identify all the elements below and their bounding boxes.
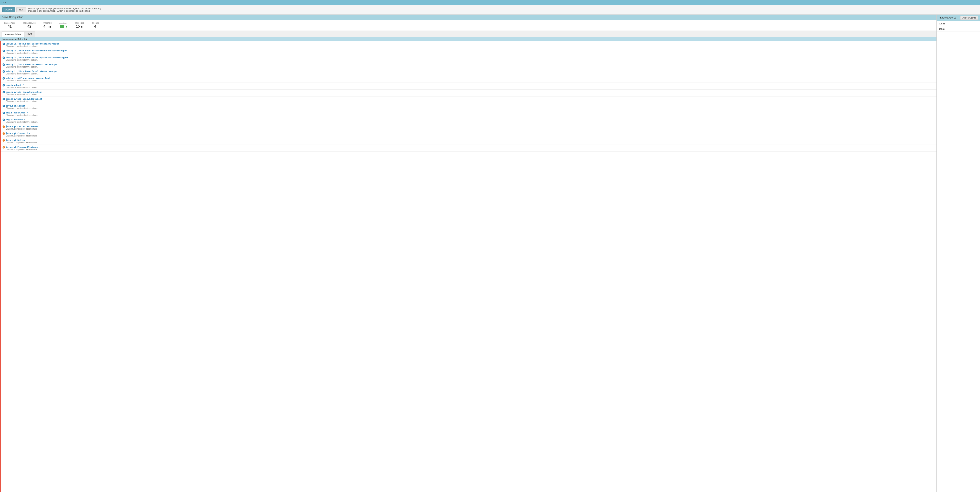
rule-item[interactable]: cjava.net.SocketClass name must match th… xyxy=(1,103,937,110)
class-icon: c xyxy=(3,63,5,66)
agents-header: Attached Agents Attach Agents xyxy=(937,14,980,21)
stats-row: classes rules 41 methods rules 42 thresh… xyxy=(0,20,937,31)
rules-header: Instrumentation Rules [83] xyxy=(0,37,937,41)
rule-item[interactable]: cweblogic.jdbcx.base.BasePreparedStateme… xyxy=(1,55,937,62)
rule-description: Class name must match this pattern. xyxy=(6,86,934,89)
rule-name-text: weblogic.jdbcx.base.BaseStatementWrapper xyxy=(6,70,58,73)
class-icon: c xyxy=(3,91,5,94)
jmx-period-value: 15 s xyxy=(76,24,83,29)
rule-item[interactable]: ccom.konakart.*Class name must match thi… xyxy=(1,83,937,90)
cpu-time-stat: cpu time xyxy=(59,22,67,29)
class-icon: c xyxy=(3,43,5,45)
rule-name-text: weblogic.jdbcx.base.BaseResultSetWrapper xyxy=(6,63,58,66)
rule-description: Class name must match this pattern. xyxy=(6,66,934,68)
rule-name-text: weblogic.utils.wrapper.WrapperImpl xyxy=(6,77,50,79)
class-icon: c xyxy=(3,98,5,100)
agents-list: kona1kona2 xyxy=(937,21,980,492)
cpu-time-label: cpu time xyxy=(59,22,67,24)
left-panel: Active Configuration classes rules 41 me… xyxy=(0,14,937,492)
rule-item[interactable]: cweblogic.jdbcx.base.BaseConnectionWrapp… xyxy=(1,41,937,48)
rule-description: Class name must match this pattern. xyxy=(6,94,934,95)
edit-button[interactable]: Edit xyxy=(16,7,26,12)
jmx-period-label: jmx period xyxy=(75,22,84,24)
threshold-value: 4 ms xyxy=(43,24,52,29)
class-icon: c xyxy=(3,119,5,121)
rule-name-text: com.sun.jndi.ldap.LdapClient xyxy=(6,98,42,100)
interface-icon: i xyxy=(3,139,5,141)
rule-item[interactable]: corg.hibernate.*Class name must match th… xyxy=(1,117,937,124)
rule-description: Class name must match this pattern. xyxy=(6,114,934,116)
rule-item[interactable]: ccom.sun.jndi.ldap.LdapClientClass name … xyxy=(1,97,937,103)
classes-rules-value: 41 xyxy=(8,24,12,29)
active-config-header: Active Configuration xyxy=(0,14,937,20)
class-icon: c xyxy=(3,112,5,114)
rule-item[interactable]: corg.flopsar.web.*Class name must match … xyxy=(1,110,937,117)
class-icon: c xyxy=(3,105,5,107)
tabs-bar: Instrumentation JMX xyxy=(0,31,937,37)
rule-item[interactable]: ijava.sql.CallableStatementClass must im… xyxy=(1,124,937,131)
classes-rules-stat: classes rules 41 xyxy=(4,22,15,29)
rule-item[interactable]: cweblogic.jdbcx.base.BaseStatementWrappe… xyxy=(1,69,937,76)
classes-rules-label: classes rules xyxy=(4,22,15,24)
jmx-period-stat: jmx period 15 s xyxy=(75,22,84,29)
rule-name-text: org.flopsar.web.* xyxy=(6,111,28,114)
agent-item[interactable]: kona2 xyxy=(937,26,980,32)
rule-description: Class must implement this interface. xyxy=(6,128,934,130)
app-title: kona xyxy=(2,1,6,3)
attach-agents-button[interactable]: Attach Agents xyxy=(960,16,978,20)
interface-icon: i xyxy=(3,125,5,128)
interface-icon: i xyxy=(3,146,5,149)
class-icon: c xyxy=(3,57,5,59)
rule-description: Class name must match this pattern. xyxy=(6,121,934,123)
methods-rules-value: 42 xyxy=(27,24,31,29)
right-panel: Attached Agents Attach Agents kona1kona2 xyxy=(937,14,980,492)
rule-name-text: java.net.Socket xyxy=(6,105,25,107)
rules-list: cweblogic.jdbcx.base.BaseConnectionWrapp… xyxy=(0,41,937,492)
rule-description: Class name must match this pattern. xyxy=(6,52,934,54)
class-icon: c xyxy=(3,50,5,52)
agent-item[interactable]: kona1 xyxy=(937,21,980,26)
rule-description: Class name must match this pattern. xyxy=(6,107,934,109)
top-bar: kona xyxy=(0,0,980,5)
rule-item[interactable]: cweblogic.utils.wrapper.WrapperImplClass… xyxy=(1,76,937,83)
toolbar-info-text: This configuration is deployed on the at… xyxy=(28,7,107,12)
tab-instrumentation[interactable]: Instrumentation xyxy=(2,32,24,37)
rule-item[interactable]: cweblogic.jdbcx.base.BasePooledConnectio… xyxy=(1,48,937,55)
mbeans-label: mbeans xyxy=(92,22,99,24)
tab-jmx[interactable]: JMX xyxy=(24,32,35,37)
rule-item[interactable]: cweblogic.jdbcx.base.BaseResultSetWrappe… xyxy=(1,62,937,69)
class-icon: c xyxy=(3,84,5,86)
methods-rules-label: methods rules xyxy=(23,22,36,24)
rule-description: Class must implement this interface. xyxy=(6,135,934,137)
rule-item[interactable]: ijava.sql.PreparedStatementClass must im… xyxy=(1,145,937,152)
rule-description: Class name must match this pattern. xyxy=(6,45,934,47)
cpu-time-toggle[interactable] xyxy=(60,25,67,29)
rule-description: Class must implement this interface. xyxy=(6,141,934,144)
rule-description: Class name must match this pattern. xyxy=(6,79,934,82)
rule-name-text: java.sql.CallableStatement xyxy=(6,125,40,128)
rule-description: Class name must match this pattern. xyxy=(6,59,934,61)
rule-item[interactable]: ijava.sql.ConnectionClass must implement… xyxy=(1,131,937,138)
interface-icon: i xyxy=(3,132,5,135)
methods-rules-stat: methods rules 42 xyxy=(23,22,36,29)
rule-item[interactable]: ccom.sun.jndi.ldap.ConnectionClass name … xyxy=(1,90,937,97)
rule-name-text: weblogic.jdbcx.base.BaseConnectionWrappe… xyxy=(6,43,59,45)
mbeans-value: 4 xyxy=(94,24,96,29)
class-icon: c xyxy=(3,70,5,73)
agents-title: Attached Agents xyxy=(939,16,956,19)
threshold-stat: threshold 4 ms xyxy=(43,22,52,29)
rule-name-text: org.hibernate.* xyxy=(6,118,25,121)
rule-item[interactable]: ijava.sql.DriverClass must implement thi… xyxy=(1,138,937,145)
main-layout: Active Configuration classes rules 41 me… xyxy=(0,14,980,492)
rule-name-text: java.sql.PreparedStatement xyxy=(6,146,40,149)
rule-name-text: com.sun.jndi.ldap.Connection xyxy=(6,91,42,94)
class-icon: c xyxy=(3,77,5,79)
threshold-label: threshold xyxy=(43,22,52,24)
active-button[interactable]: Active xyxy=(2,7,15,12)
rule-description: Class must implement this interface. xyxy=(6,149,934,151)
rule-name-text: java.sql.Connection xyxy=(6,132,30,135)
rule-name-text: weblogic.jdbcx.base.BasePreparedStatemen… xyxy=(6,56,68,59)
rule-name-text: weblogic.jdbcx.base.BasePooledConnection… xyxy=(6,49,67,52)
toolbar: Active Edit This configuration is deploy… xyxy=(0,5,980,14)
rule-description: Class name must match this pattern. xyxy=(6,100,934,102)
